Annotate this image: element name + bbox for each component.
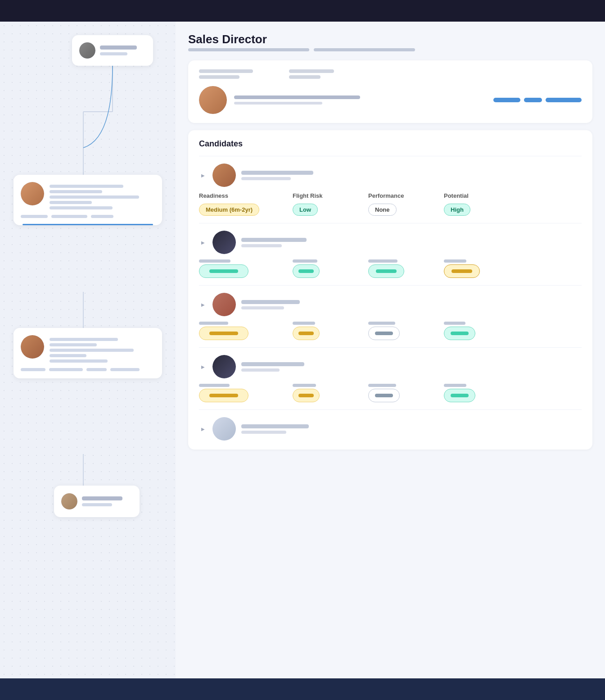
candidate-3-ph-labels	[199, 322, 582, 325]
org-card-mid1[interactable]	[14, 175, 162, 225]
potential-label: Potential	[444, 192, 516, 199]
metric-headers: Readiness Flight Risk Performance Potent…	[199, 192, 582, 202]
candidate-5-info	[241, 424, 582, 434]
candidate-3-metrics	[199, 327, 582, 340]
candidate-row-5[interactable]: ▶	[199, 409, 582, 441]
info-card[interactable]	[188, 60, 592, 123]
expand-icon-4[interactable]: ▶	[199, 363, 207, 371]
candidate-row-3[interactable]: ▶	[199, 285, 582, 347]
c2-potential-badge	[444, 264, 480, 278]
page-title: Sales Director	[188, 32, 592, 46]
c3-readiness-badge	[199, 327, 248, 340]
avatar-mid2	[21, 335, 44, 359]
expand-icon-1[interactable]: ▶	[199, 171, 207, 179]
candidate-1-readiness: Medium (6m-2yr)	[199, 204, 259, 216]
right-panel: Sales Director	[176, 22, 605, 700]
info-avatar	[199, 86, 227, 114]
candidate-1-info	[241, 171, 582, 180]
candidate-2-info	[241, 238, 582, 247]
flight-risk-label: Flight Risk	[293, 192, 365, 199]
info-card-header	[199, 69, 582, 79]
candidates-card: Candidates ▶ Readiness Flight Risk Perfo…	[188, 130, 592, 450]
avatar-top	[79, 42, 95, 59]
avatar-mid1	[21, 182, 44, 205]
c3-potential-badge	[444, 327, 475, 340]
org-card-top-content	[100, 45, 146, 55]
top-bar	[0, 0, 605, 22]
bottom-bar	[0, 678, 605, 700]
c4-flight-badge	[293, 389, 320, 402]
performance-label: Performance	[368, 192, 440, 199]
candidate-2-avatar	[212, 231, 236, 254]
info-tags	[493, 98, 582, 102]
candidate-4-info	[241, 362, 582, 372]
candidate-row-4[interactable]: ▶	[199, 347, 582, 409]
c2-readiness-badge	[199, 264, 248, 278]
candidate-row-1[interactable]: ▶ Readiness Flight Risk Performance Pote…	[199, 156, 582, 223]
candidate-3-avatar	[212, 293, 236, 316]
candidate-1-person: ▶	[199, 164, 582, 187]
candidate-5-avatar	[212, 417, 236, 441]
candidate-4-person: ▶	[199, 355, 582, 378]
org-chart-panel	[0, 22, 176, 700]
readiness-label: Readiness	[199, 192, 289, 199]
org-card-top[interactable]	[72, 35, 153, 66]
candidate-1-metrics: Medium (6m-2yr) Low None High	[199, 204, 582, 216]
c2-flight-badge	[293, 264, 320, 278]
candidate-3-info	[241, 300, 582, 309]
candidate-4-ph-labels	[199, 384, 582, 387]
c3-flight-badge	[293, 327, 320, 340]
candidate-4-metrics	[199, 389, 582, 402]
candidate-1-flight-risk: Low	[293, 204, 318, 216]
c2-performance-badge	[368, 264, 404, 278]
org-card-bottom[interactable]	[54, 486, 140, 517]
expand-icon-2[interactable]: ▶	[199, 238, 207, 246]
c4-readiness-badge	[199, 389, 248, 402]
candidate-2-ph-labels	[199, 259, 582, 263]
candidate-4-avatar	[212, 355, 236, 378]
expand-icon-3[interactable]: ▶	[199, 300, 207, 309]
info-person-row	[199, 86, 582, 114]
candidate-2-person: ▶	[199, 231, 582, 254]
blue-accent-line	[23, 224, 153, 225]
candidate-3-person: ▶	[199, 293, 582, 316]
candidate-2-metrics	[199, 264, 582, 278]
candidate-1-performance: None	[368, 204, 397, 216]
c4-potential-badge	[444, 389, 475, 402]
c4-performance-badge	[368, 389, 400, 402]
org-card-mid2[interactable]	[14, 328, 162, 378]
candidates-title: Candidates	[199, 139, 582, 149]
c3-performance-badge	[368, 327, 400, 340]
expand-icon-5[interactable]: ▶	[199, 425, 207, 433]
candidate-1-potential: High	[444, 204, 470, 216]
candidate-1-avatar	[212, 164, 236, 187]
page-subtitle	[188, 48, 592, 51]
avatar-bottom	[61, 493, 77, 509]
org-card-bottom-content	[82, 496, 132, 506]
candidate-row-2[interactable]: ▶	[199, 223, 582, 285]
